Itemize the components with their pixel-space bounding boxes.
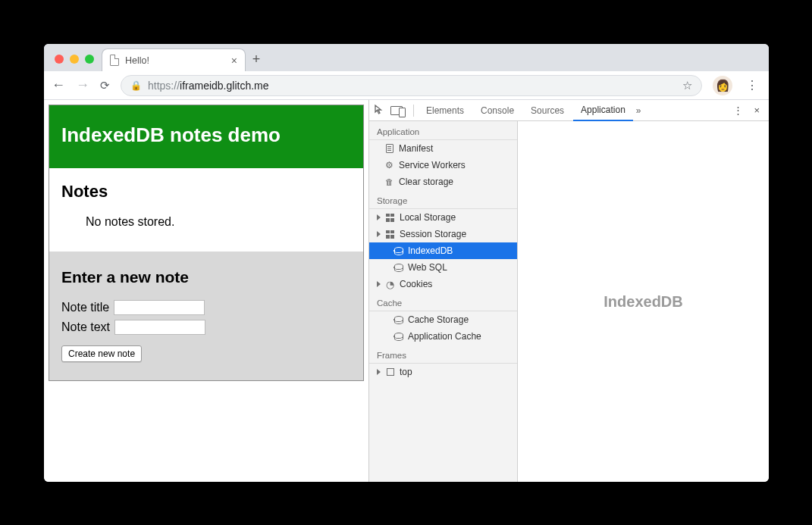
lock-icon: 🔒	[130, 80, 142, 91]
reload-button[interactable]: ⟳	[100, 79, 110, 92]
profile-avatar[interactable]: 👩	[713, 76, 732, 95]
browser-window: Hello! × + ← → ⟳ 🔒 https://iframeidb.gli…	[44, 44, 769, 482]
app-header: IndexedDB notes demo	[49, 105, 363, 168]
page-viewport: IndexedDB notes demo Notes No notes stor…	[44, 100, 368, 482]
fullscreen-window-button[interactable]	[85, 55, 94, 64]
tab-strip: Hello! × +	[44, 44, 769, 71]
gear-icon	[384, 161, 394, 170]
sidebar-item-manifest[interactable]: Manifest	[369, 140, 517, 157]
database-icon	[394, 264, 403, 272]
sidebar-item-cookies[interactable]: Cookies	[369, 276, 517, 292]
sidebar-item-clear-storage[interactable]: Clear storage	[369, 173, 517, 190]
back-button[interactable]: ←	[52, 77, 65, 93]
devtools-detail-pane: IndexedDB	[518, 121, 769, 482]
content-area: IndexedDB notes demo Notes No notes stor…	[44, 100, 769, 482]
tab-elements[interactable]: Elements	[419, 100, 472, 121]
grid-icon	[386, 230, 394, 239]
sidebar-item-label: Session Storage	[400, 229, 466, 239]
browser-toolbar: ← → ⟳ 🔒 https://iframeidb.glitch.me ☆ 👩 …	[44, 71, 769, 100]
sidebar-item-label: Application Cache	[408, 331, 481, 342]
sidebar-item-local-storage[interactable]: Local Storage	[369, 209, 517, 226]
browser-menu-button[interactable]: ⋮	[743, 78, 761, 92]
notes-heading: Notes	[61, 182, 351, 202]
caret-icon	[377, 369, 381, 375]
app-body: Notes No notes stored.	[49, 168, 363, 238]
database-icon	[394, 247, 403, 255]
tab-sources[interactable]: Sources	[523, 100, 572, 121]
devtools-menu-button[interactable]: ⋮	[729, 105, 748, 116]
grid-icon	[386, 214, 394, 222]
address-bar[interactable]: 🔒 https://iframeidb.glitch.me ☆	[121, 75, 702, 96]
sidebar-item-label: Clear storage	[399, 177, 453, 187]
note-text-input[interactable]	[114, 320, 205, 335]
sidebar-item-websql[interactable]: Web SQL	[369, 259, 517, 276]
caret-icon	[377, 281, 381, 287]
sidebar-item-label: top	[400, 367, 412, 377]
sidebar-item-cache-storage[interactable]: Cache Storage	[369, 311, 517, 328]
browser-tab[interactable]: Hello! ×	[102, 48, 246, 71]
note-title-input[interactable]	[114, 300, 205, 315]
url-text: https://iframeidb.glitch.me	[148, 80, 269, 92]
sidebar-item-application-cache[interactable]: Application Cache	[369, 328, 517, 345]
sidebar-item-service-workers[interactable]: Service Workers	[369, 157, 517, 173]
note-text-label: Note text	[61, 320, 110, 334]
tab-application[interactable]: Application	[573, 100, 633, 121]
caret-icon	[377, 231, 381, 237]
device-toggle-icon[interactable]	[390, 106, 403, 115]
close-window-button[interactable]	[55, 55, 64, 64]
bookmark-star-icon[interactable]: ☆	[682, 79, 692, 92]
more-tabs-button[interactable]: »	[636, 105, 641, 116]
devtools-panel: Elements Console Sources Application » ⋮…	[368, 100, 769, 482]
frame-icon	[387, 368, 394, 376]
devtools-close-button[interactable]: ×	[749, 105, 764, 116]
detail-title: IndexedDB	[604, 293, 682, 311]
sidebar-item-session-storage[interactable]: Session Storage	[369, 226, 517, 242]
new-tab-button[interactable]: +	[246, 52, 267, 71]
group-cache: Cache	[369, 292, 517, 311]
sidebar-item-label: Local Storage	[400, 212, 456, 223]
sidebar-item-label: Cookies	[400, 279, 432, 289]
cookie-icon	[385, 280, 395, 289]
separator	[413, 105, 414, 117]
inspect-element-icon[interactable]	[374, 104, 384, 117]
group-storage: Storage	[369, 190, 517, 209]
trash-icon	[384, 177, 394, 187]
minimize-window-button[interactable]	[70, 55, 79, 64]
group-application: Application	[369, 121, 517, 140]
database-icon	[394, 316, 403, 324]
sidebar-item-label: Service Workers	[399, 160, 466, 170]
sidebar-item-top-frame[interactable]: top	[369, 364, 517, 380]
group-frames: Frames	[369, 345, 517, 364]
form-heading: Enter a new note	[61, 268, 351, 286]
devtools-tabstrip: Elements Console Sources Application » ⋮…	[369, 100, 769, 121]
page-icon	[110, 55, 119, 66]
sidebar-item-label: IndexedDB	[408, 245, 453, 256]
document-icon	[386, 144, 393, 153]
window-controls	[50, 55, 102, 71]
sidebar-item-label: Web SQL	[408, 262, 447, 273]
close-tab-button[interactable]: ×	[231, 55, 237, 67]
new-note-form: Enter a new note Note title Note text Cr…	[49, 252, 363, 380]
forward-button[interactable]: →	[76, 77, 89, 93]
sidebar-item-label: Manifest	[399, 143, 433, 154]
devtools-body: Application Manifest Service Workers Cle…	[369, 121, 769, 482]
create-note-button[interactable]: Create new note	[61, 345, 142, 362]
tab-title: Hello!	[125, 55, 149, 66]
empty-message: No notes stored.	[61, 212, 351, 233]
notes-app: IndexedDB notes demo Notes No notes stor…	[49, 105, 364, 381]
sidebar-item-indexeddb[interactable]: IndexedDB	[369, 242, 517, 259]
application-sidebar: Application Manifest Service Workers Cle…	[369, 121, 518, 482]
sidebar-item-label: Cache Storage	[408, 314, 469, 325]
note-title-label: Note title	[61, 301, 109, 314]
database-icon	[394, 333, 403, 341]
caret-icon	[377, 214, 381, 220]
tab-console[interactable]: Console	[473, 100, 522, 121]
